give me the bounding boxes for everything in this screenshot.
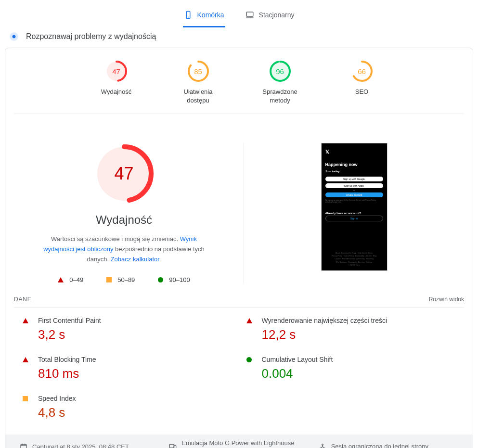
x-logo-icon: 𝕏 — [325, 149, 383, 154]
gauge-sprawdzone-metody[interactable]: 96 Sprawdzone metody — [256, 60, 304, 105]
tab-desktop[interactable]: Stacjonarny — [245, 6, 296, 27]
svg-rect-18 — [170, 445, 174, 448]
metric-label: Speed Index — [38, 395, 232, 402]
metric-value: 3,2 s — [38, 327, 232, 342]
mobile-icon — [184, 11, 193, 19]
performance-title: Wydajność — [96, 213, 152, 227]
triangle-red-icon — [23, 357, 28, 362]
metric-value: 0.004 — [262, 366, 456, 381]
square-orange-icon — [23, 396, 28, 401]
circle-green-icon — [158, 277, 163, 282]
metrics-header: DANE Rozwiń widok — [5, 293, 473, 307]
svg-rect-2 — [246, 12, 253, 16]
gauge-ułatwienia-dostępu[interactable]: 85 Ułatwienia dostępu — [174, 60, 222, 105]
desktop-icon — [245, 11, 254, 19]
gauge-score: 47 — [105, 60, 128, 83]
square-orange-icon — [106, 277, 112, 282]
metric-item: Total Blocking Time 810 ms — [23, 347, 232, 386]
metric-label: Total Blocking Time — [38, 356, 232, 363]
calculator-link[interactable]: Zobacz kalkulator — [111, 256, 159, 263]
metric-item: First Contentful Paint 3,2 s — [23, 308, 232, 347]
metric-item: Wyrenderowanie największej części treści… — [246, 308, 456, 347]
metrics-grid: First Contentful Paint 3,2 s Wyrenderowa… — [14, 307, 464, 435]
metric-label: Wyrenderowanie największej części treści — [262, 317, 456, 324]
tab-mobile-label: Komórka — [197, 11, 224, 19]
performance-score: 47 — [93, 143, 155, 205]
diagnose-text: Rozpoznawaj problemy z wydajnością — [26, 32, 156, 41]
devices-icon — [169, 443, 177, 448]
svg-rect-14 — [21, 445, 26, 448]
device-tabs: Komórka Stacjonarny — [0, 0, 478, 27]
meta-session: Sesja ograniczona do jednej strony — [319, 439, 458, 448]
gauge-score: 96 — [269, 60, 292, 83]
triangle-red-icon — [246, 318, 252, 323]
meta-emulation: Emulacja Moto G Power with Lighthouse 12… — [169, 439, 309, 448]
score-gauges: 47 Wydajność 85 Ułatwienia dostępu 96 Sp… — [5, 58, 473, 114]
performance-gauge: 47 — [93, 143, 155, 205]
metric-item: Cumulative Layout Shift 0.004 — [246, 347, 456, 386]
performance-section: 47 Wydajność Wartości są szacunkowe i mo… — [5, 114, 473, 293]
metric-value: 12,2 s — [262, 327, 456, 342]
gauge-score: 85 — [187, 60, 210, 83]
network-icon — [319, 443, 326, 448]
report-card: 47 Wydajność 85 Ułatwienia dostępu 96 Sp… — [5, 48, 473, 448]
legend-fail: 0–49 — [58, 276, 83, 283]
svg-point-20 — [322, 444, 323, 446]
diagnose-header: Rozpoznawaj problemy z wydajnością — [0, 27, 478, 48]
page-screenshot: 𝕏 Happening now Join today. Sign up with… — [321, 143, 388, 271]
triangle-red-icon — [23, 318, 28, 323]
gauge-score: 66 — [350, 60, 374, 83]
metric-label: First Contentful Paint — [38, 317, 232, 324]
gauge-label: Wydajność — [101, 88, 131, 96]
metric-item: Speed Index 4,8 s — [23, 386, 232, 425]
screenshot-panel: 𝕏 Happening now Join today. Sign up with… — [244, 143, 464, 283]
tab-mobile[interactable]: Komórka — [183, 6, 225, 27]
calendar-icon — [20, 443, 27, 448]
metric-value: 810 ms — [38, 366, 232, 381]
metric-label: Cumulative Layout Shift — [262, 356, 456, 363]
gauge-label: SEO — [355, 88, 368, 96]
circle-green-icon — [246, 357, 252, 362]
gauge-wydajność[interactable]: 47 Wydajność — [92, 60, 141, 105]
expand-view-link[interactable]: Rozwiń widok — [429, 296, 464, 303]
triangle-red-icon — [58, 277, 64, 282]
meta-captured: Captured at 8 sty 2025, 08:48 CET — [20, 439, 159, 448]
legend-pass: 90–100 — [158, 276, 190, 283]
metadata-footer: Captured at 8 sty 2025, 08:48 CET Emulac… — [5, 435, 473, 448]
pulse-icon — [10, 32, 18, 41]
performance-summary: 47 Wydajność Wartości są szacunkowe i mo… — [14, 143, 244, 283]
legend-average: 50–89 — [106, 276, 135, 283]
performance-description: Wartości są szacunkowe i mogą się zmieni… — [33, 234, 216, 264]
metric-value: 4,8 s — [38, 405, 232, 420]
gauge-label: Sprawdzone metody — [256, 88, 304, 105]
gauge-seo[interactable]: 66 SEO — [338, 60, 386, 105]
gauge-label: Ułatwienia dostępu — [174, 88, 222, 105]
score-legend: 0–49 50–89 90–100 — [58, 276, 190, 283]
tab-desktop-label: Stacjonarny — [259, 11, 295, 19]
metrics-title: DANE — [14, 296, 32, 303]
